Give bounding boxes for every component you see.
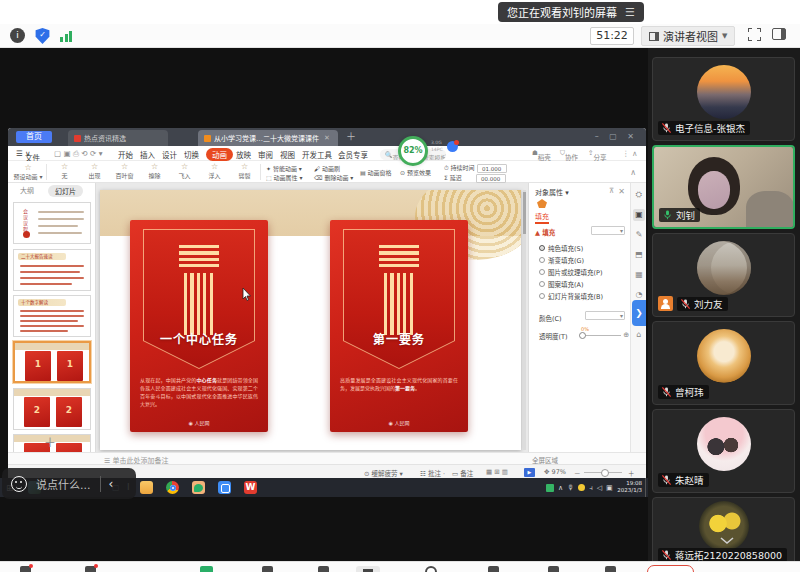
blue-app-icon[interactable] (218, 481, 231, 494)
strip-properties-icon[interactable]: ▣ (633, 209, 645, 221)
duration-spinner[interactable]: ⏱ 持续时间 01.000 (444, 163, 507, 173)
gallery-item-flyin[interactable]: ☆飞入 (170, 163, 199, 180)
menu-tab-transition[interactable]: 切换 (184, 149, 199, 160)
tray-mic-icon[interactable]: 🎙 (567, 484, 574, 492)
radio-background-fill[interactable]: 幻灯片背景填充(B) (539, 291, 603, 301)
chat-input-placeholder[interactable]: 说点什么... (36, 476, 91, 492)
pin-icon[interactable]: ⊼ (609, 187, 614, 195)
preset-animation-button[interactable]: ☆ 预设动画 ▾ (12, 163, 44, 181)
participant-tile-5[interactable]: 朱赵晴 (652, 409, 795, 493)
member-icon[interactable] (262, 566, 273, 572)
radio-gradient-fill[interactable]: 渐变填充(G) (539, 255, 584, 265)
strip-help-icon[interactable]: ⌂ (633, 329, 645, 341)
close-tab-icon[interactable]: ✕ (324, 134, 330, 142)
apps-icon[interactable] (605, 566, 616, 572)
gallery-item-blinds[interactable]: ☆百叶窗 (110, 163, 139, 180)
menu-tab-design[interactable]: 设计 (162, 149, 177, 160)
participants-icon[interactable] (318, 566, 329, 572)
strip-settings-icon[interactable]: ⛭ (633, 189, 645, 201)
strip-layout-icon[interactable]: ⬒ (633, 249, 645, 261)
fullscreen-icon[interactable] (748, 28, 761, 41)
animation-pane-button[interactable]: ▤ 动画窗格 (360, 168, 392, 177)
add-slide-button[interactable]: ＋ (44, 433, 56, 450)
tray-ime-icon[interactable]: ▣ (606, 484, 613, 492)
strip-edit-icon[interactable]: ✎ (633, 229, 645, 241)
camera-control-icon[interactable] (85, 566, 96, 572)
file-menu[interactable]: ☰ 文件 ∨ (16, 149, 31, 158)
action-share[interactable]: ⇪ 分享 (588, 149, 593, 157)
tray-network-icon[interactable]: ⫞ (589, 484, 593, 492)
thumbnail-3[interactable]: 十个数字解读 (13, 295, 91, 337)
zoom-in-button[interactable]: ＋ (628, 468, 635, 478)
menu-tab-insert[interactable]: 插入 (140, 149, 155, 160)
strip-media-icon[interactable]: ▦ (633, 269, 645, 281)
transparency-slider[interactable]: ⊕ (579, 335, 621, 336)
zoom-level[interactable]: ✥ 97% (544, 468, 566, 476)
thumbnail-4-selected[interactable]: 1 1 (13, 341, 91, 383)
remove-animation-button[interactable]: ⌫ 删除动画 ▾ (314, 173, 353, 182)
raise-hand-icon[interactable] (488, 566, 499, 572)
action-collab[interactable]: ⛉ 协作 (560, 149, 565, 157)
gallery-item-floatin[interactable]: ☆浮入 (200, 163, 229, 180)
animation-attr-button[interactable]: ⬚ 动画属性 ▾ (266, 173, 303, 182)
ribbon-fold-icon[interactable]: ∧ (630, 168, 636, 177)
tray-green-icon[interactable] (546, 484, 554, 492)
zoom-out-button[interactable]: － (574, 468, 581, 478)
color-dropdown[interactable] (585, 311, 625, 320)
whiteboard-icon-selected[interactable] (356, 566, 380, 572)
thumbnail-2[interactable]: 二十大报告速读 (13, 249, 91, 291)
tray-expand-icon[interactable]: ∧ (558, 484, 563, 492)
view-mode-icons[interactable]: ▦ ⊞ ▥ (486, 468, 508, 476)
menu-tab-start[interactable]: 开始 (118, 149, 133, 160)
gallery-item-wipe[interactable]: ☆擦除 (140, 163, 169, 180)
home-tab[interactable]: 首页 (16, 131, 52, 143)
wechat-icon[interactable] (192, 481, 205, 494)
menu-tab-member[interactable]: 会员专享 (338, 149, 368, 160)
tray-volume-icon[interactable]: ◁ (597, 484, 602, 492)
delay-spinner[interactable]: Σ 延迟 00.000 (444, 173, 506, 183)
system-tray[interactable]: ∧ 🎙 ⫞ ◁ ▣ (546, 478, 613, 497)
slide-scrollbar[interactable] (523, 190, 526, 450)
gallery-item-none[interactable]: ☆无 (50, 163, 79, 180)
thumbnail-5[interactable]: 2 2 (13, 388, 91, 430)
browser-tab-1[interactable]: 热点资讯精选 (68, 130, 168, 146)
outline-tab[interactable]: 大纲 (20, 185, 34, 195)
chat-overlay[interactable]: 说点什么... ‹ (2, 468, 136, 499)
menu-tab-animation-active[interactable]: 动画 (206, 148, 233, 161)
record-icon[interactable] (425, 566, 437, 572)
emoji-icon[interactable] (11, 476, 27, 492)
slides-tab[interactable]: 幻灯片 (48, 185, 83, 197)
mic-control-icon[interactable] (20, 566, 31, 572)
animation-brush-button[interactable]: 🖌 动画刷 (314, 164, 340, 173)
radio-solid-fill[interactable]: 纯色填充(S) (539, 243, 583, 253)
side-panel-toggle-icon[interactable] (772, 28, 786, 40)
radio-pattern-fill[interactable]: 图案填充(A) (539, 279, 584, 289)
thumbnail-1[interactable]: 会议议程 (13, 202, 91, 244)
more-participants-chevron-icon[interactable] (719, 536, 735, 545)
smart-animation-button[interactable]: ✦ 智能动画 ▾ (266, 164, 302, 173)
new-tab-icon[interactable]: ＋ (346, 132, 356, 142)
gallery-item-appear[interactable]: ☆出现 (80, 163, 109, 180)
chrome-icon[interactable] (166, 481, 179, 494)
preview-button[interactable]: ⊙ 预览效果 (400, 168, 431, 177)
participant-tile-1[interactable]: 电子信息-张银杰 (652, 57, 795, 141)
fill-tab[interactable]: 填充 (535, 211, 549, 224)
meeting-info-icon[interactable]: i (10, 28, 25, 43)
watching-banner[interactable]: 您正在观看刘钊的屏幕 ☰ (498, 2, 644, 22)
taskbar-clock[interactable]: 19:082023/1/3 (617, 480, 642, 495)
speaker-view-button[interactable]: 演讲者视图 ▼ (641, 26, 735, 46)
quick-access-icons[interactable]: ▢ ▣ ⎙ ⟲ ⟳ ▾ (54, 149, 102, 159)
wps-taskbar-icon[interactable]: W (244, 481, 257, 494)
zoom-slider[interactable] (584, 468, 622, 476)
leave-meeting-button[interactable] (647, 565, 694, 572)
menu-tab-devtools[interactable]: 开发工具 (302, 149, 332, 160)
play-slideshow-button[interactable]: ▶ (524, 468, 535, 477)
ribbon-collapse-icon[interactable]: ⋮ ∧ (622, 149, 637, 158)
comment-button[interactable]: ☷ 批注 · (420, 468, 445, 478)
chat-collapse-icon[interactable]: ‹ (109, 477, 114, 491)
menu-tab-review[interactable]: 审阅 (258, 149, 273, 160)
menu-tab-view[interactable]: 视图 (280, 149, 295, 160)
radio-picture-fill[interactable]: 图片或纹理填充(P) (539, 267, 603, 277)
panel-expander-button[interactable]: ❯ (632, 300, 646, 326)
docs-icon[interactable] (548, 566, 559, 572)
